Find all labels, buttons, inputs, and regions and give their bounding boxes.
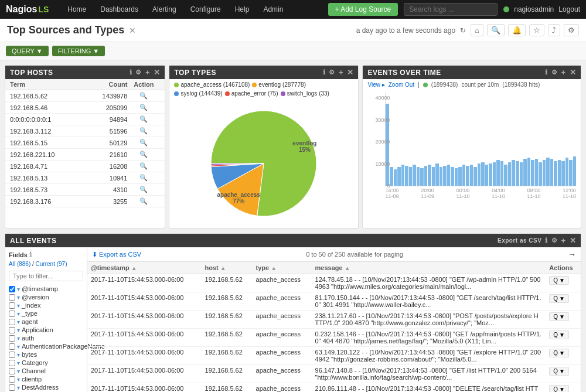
- event-action-button[interactable]: Q ▼: [549, 294, 569, 303]
- list-item[interactable]: ▾ _type: [9, 309, 83, 318]
- bar[interactable]: [523, 159, 527, 186]
- bar[interactable]: [424, 166, 428, 186]
- bar[interactable]: [447, 165, 451, 186]
- field-checkbox[interactable]: [9, 294, 15, 301]
- top-hosts-info-icon[interactable]: ℹ: [130, 69, 132, 76]
- list-item[interactable]: ▾ clientip: [9, 375, 83, 383]
- bar[interactable]: [413, 165, 416, 186]
- bar[interactable]: [561, 161, 565, 186]
- bar[interactable]: [554, 161, 557, 186]
- search-host-icon[interactable]: 🔍: [139, 104, 148, 111]
- event-action-button[interactable]: Q ▼: [549, 349, 569, 357]
- bar[interactable]: [405, 166, 408, 186]
- bar[interactable]: [485, 165, 489, 186]
- search-host-icon[interactable]: 🔍: [139, 174, 148, 181]
- bar[interactable]: [569, 160, 573, 186]
- bar[interactable]: [539, 162, 542, 186]
- bar[interactable]: [573, 156, 577, 186]
- list-item[interactable]: ▾ DestAddress: [9, 383, 83, 391]
- list-item[interactable]: ▾ auth: [9, 334, 83, 342]
- field-checkbox[interactable]: [9, 302, 15, 309]
- event-action-button[interactable]: Q ▼: [549, 367, 569, 376]
- bar[interactable]: [527, 158, 531, 186]
- top-hosts-gear-icon[interactable]: ⚙: [135, 69, 142, 76]
- all-events-info-icon[interactable]: ℹ: [545, 237, 548, 244]
- top-types-close-icon[interactable]: ✕: [347, 68, 354, 77]
- bar[interactable]: [531, 160, 534, 186]
- search-host-icon[interactable]: 🔍: [139, 197, 148, 204]
- query-button[interactable]: QUERY ▼: [6, 46, 49, 56]
- bar[interactable]: [478, 163, 481, 186]
- field-checkbox[interactable]: [9, 368, 15, 374]
- bar[interactable]: [493, 162, 496, 186]
- bookmark-icon-btn[interactable]: ☆: [529, 24, 544, 36]
- field-checkbox[interactable]: [9, 352, 15, 358]
- bar[interactable]: [390, 167, 393, 186]
- search-host-icon[interactable]: 🔍: [139, 139, 148, 146]
- bar[interactable]: [496, 160, 500, 186]
- search-host-icon[interactable]: 🔍: [139, 92, 148, 99]
- bar[interactable]: [500, 161, 504, 186]
- bar[interactable]: [543, 160, 546, 186]
- bar[interactable]: [470, 165, 473, 186]
- col-type-header[interactable]: type ▲: [253, 262, 312, 274]
- settings-icon-btn[interactable]: ⚙: [564, 24, 579, 36]
- nav-admin[interactable]: Admin: [256, 0, 290, 19]
- list-item[interactable]: ▾ @version: [9, 293, 83, 301]
- search-host-icon[interactable]: 🔍: [139, 151, 148, 158]
- bar[interactable]: [546, 158, 550, 186]
- list-item[interactable]: ▾ Channel: [9, 367, 83, 375]
- event-action-button[interactable]: Q ▼: [549, 385, 569, 392]
- nav-logout-button[interactable]: Logout: [558, 5, 580, 13]
- search-host-icon[interactable]: 🔍: [139, 186, 148, 193]
- all-events-gear-icon[interactable]: ⚙: [551, 237, 558, 244]
- event-action-button[interactable]: Q ▼: [549, 330, 569, 339]
- search-host-icon[interactable]: 🔍: [139, 115, 148, 122]
- events-info-icon[interactable]: ℹ: [545, 69, 548, 76]
- events-gear-icon[interactable]: ⚙: [551, 69, 558, 76]
- field-checkbox[interactable]: [9, 311, 15, 317]
- top-types-gear-icon[interactable]: ⚙: [329, 69, 335, 76]
- bell-icon-btn[interactable]: 🔔: [508, 24, 526, 36]
- bar[interactable]: [489, 163, 492, 186]
- bar[interactable]: [462, 165, 466, 186]
- bar[interactable]: [516, 161, 519, 186]
- bar[interactable]: [428, 165, 431, 186]
- host-action[interactable]: 🔍: [127, 127, 160, 135]
- host-action[interactable]: 🔍: [127, 104, 160, 111]
- close-page-button[interactable]: ✕: [129, 26, 136, 35]
- field-checkbox[interactable]: [9, 360, 15, 366]
- home-icon-btn[interactable]: ⌂: [471, 24, 483, 36]
- top-types-info-icon[interactable]: ℹ: [323, 69, 326, 76]
- export-csv-link[interactable]: ⬇ Export as CSV: [92, 251, 141, 258]
- fields-current-link[interactable]: Current (97): [36, 261, 67, 267]
- top-hosts-close-icon[interactable]: ✕: [154, 68, 161, 77]
- bar[interactable]: [458, 167, 462, 186]
- bar[interactable]: [508, 162, 512, 186]
- bar[interactable]: [401, 165, 405, 186]
- list-item[interactable]: ▾ Category: [9, 359, 83, 367]
- fields-all-link[interactable]: All (886): [9, 261, 30, 267]
- all-events-export-icon[interactable]: Export as CSV: [498, 237, 541, 244]
- nav-help[interactable]: Help: [228, 0, 257, 19]
- all-events-close-icon[interactable]: ✕: [570, 236, 577, 245]
- events-plus-icon[interactable]: +: [561, 68, 565, 77]
- search-input[interactable]: [404, 3, 498, 16]
- bar[interactable]: [397, 167, 401, 186]
- list-item[interactable]: ▾ agent: [9, 318, 83, 326]
- bar[interactable]: [504, 165, 507, 186]
- bar[interactable]: [443, 166, 447, 186]
- top-types-plus-icon[interactable]: +: [339, 68, 343, 77]
- filtering-button[interactable]: FILTERING ▼: [52, 46, 105, 56]
- fields-info-icon[interactable]: ℹ: [29, 251, 32, 258]
- zoom-out-link[interactable]: Zoom Out: [389, 81, 414, 88]
- search-icon-btn[interactable]: 🔍: [487, 24, 505, 36]
- col-message-header[interactable]: message ▲: [312, 262, 546, 274]
- host-action[interactable]: 🔍: [127, 151, 160, 158]
- field-checkbox[interactable]: [9, 343, 15, 350]
- event-action-button[interactable]: Q ▼: [549, 312, 569, 321]
- bar[interactable]: [565, 158, 569, 186]
- field-checkbox[interactable]: [9, 335, 15, 342]
- nav-alerting[interactable]: Alerting: [145, 0, 183, 19]
- all-events-plus-icon[interactable]: +: [561, 236, 565, 245]
